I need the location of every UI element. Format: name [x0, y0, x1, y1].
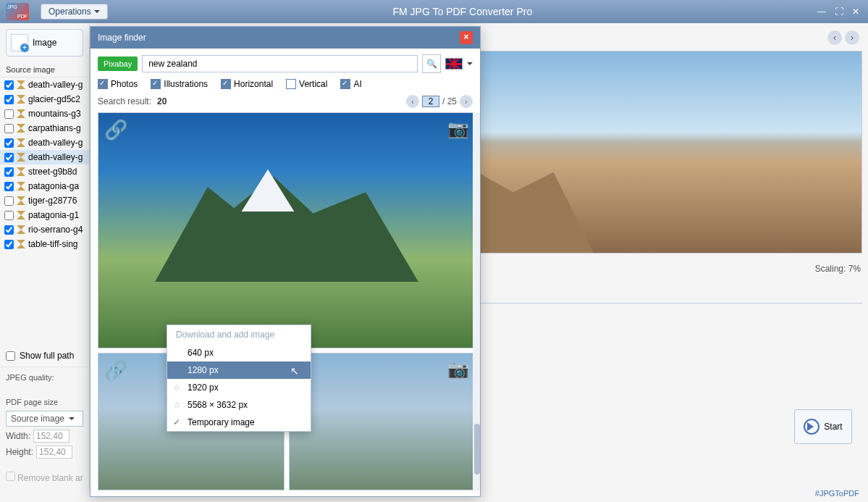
- source-checkbox[interactable]: [4, 240, 14, 249]
- add-image-button[interactable]: Image: [6, 29, 83, 57]
- page-total: / 25: [442, 96, 457, 106]
- next-image-button[interactable]: ›: [845, 30, 859, 45]
- source-row[interactable]: street-g9b8d: [0, 164, 89, 179]
- source-filename: patagonia-g1: [28, 210, 79, 220]
- prev-image-button[interactable]: ‹: [827, 30, 842, 45]
- chevron-down-icon: [69, 417, 75, 423]
- download-640[interactable]: 640 px: [167, 344, 311, 361]
- source-list: death-valley-gglacier-gd5c2mountains-g3c…: [0, 78, 89, 345]
- source-row[interactable]: glacier-gd5c2: [0, 92, 89, 106]
- scroll-thumb[interactable]: [474, 424, 480, 474]
- source-checkbox[interactable]: [4, 167, 14, 177]
- source-row[interactable]: carpathians-g: [0, 121, 89, 135]
- start-button[interactable]: Start: [794, 409, 852, 444]
- source-row[interactable]: rio-serrano-g4: [0, 222, 89, 237]
- scaling-label: Scaling: 7%: [815, 264, 861, 274]
- dialog-close-button[interactable]: ×: [460, 31, 473, 44]
- star-icon: ☆: [173, 400, 181, 410]
- dialog-title: Image finder: [98, 33, 146, 43]
- page-size-value: Source image: [11, 414, 64, 424]
- source-row[interactable]: patagonia-g1: [0, 208, 89, 222]
- result-thumbnail[interactable]: 🔗 📷: [98, 112, 476, 348]
- camera-icon: 📷: [447, 119, 469, 139]
- scrollbar[interactable]: [473, 112, 480, 490]
- app-icon: [6, 3, 29, 20]
- source-row[interactable]: death-valley-g: [0, 78, 89, 92]
- check-icon: ✓: [173, 417, 180, 427]
- width-label: Width:: [6, 431, 30, 441]
- app-title: FM JPG To PDF Converter Pro: [108, 6, 817, 17]
- source-row[interactable]: death-valley-g: [0, 150, 89, 164]
- source-badge[interactable]: Pixabay: [98, 57, 138, 71]
- chevron-down-icon[interactable]: [467, 62, 473, 68]
- filter-ai[interactable]: AI: [340, 79, 361, 89]
- left-settings: JPEG quality: PDF page size Source image…: [0, 367, 89, 489]
- source-filename: street-g9b8d: [28, 167, 77, 177]
- page-size-select[interactable]: Source image: [6, 411, 83, 427]
- source-filename: patagonia-ga: [28, 181, 79, 191]
- download-1920[interactable]: ☆1920 px: [167, 379, 311, 396]
- play-icon: [804, 419, 819, 435]
- source-checkbox[interactable]: [4, 80, 14, 90]
- source-checkbox[interactable]: [4, 124, 14, 133]
- search-input[interactable]: [142, 55, 418, 72]
- source-row[interactable]: mountains-g3: [0, 106, 89, 121]
- source-checkbox[interactable]: [4, 182, 14, 191]
- hourglass-icon: [17, 182, 25, 191]
- search-button[interactable]: 🔍: [422, 54, 441, 73]
- show-full-path-checkbox[interactable]: [6, 351, 15, 361]
- filter-vertical[interactable]: Vertical: [286, 79, 327, 89]
- filter-photos[interactable]: Photos: [98, 79, 138, 89]
- context-menu-header: Download and add image: [167, 325, 311, 344]
- source-checkbox[interactable]: [4, 153, 14, 162]
- source-checkbox[interactable]: [4, 211, 14, 220]
- search-icon: 🔍: [426, 59, 437, 69]
- download-1280[interactable]: 1280 px↖: [167, 361, 311, 379]
- link-icon: 🔗: [104, 119, 127, 141]
- show-full-path[interactable]: Show full path: [6, 351, 83, 361]
- hourglass-icon: [17, 80, 25, 89]
- close-icon[interactable]: ✕: [852, 7, 862, 17]
- source-row[interactable]: death-valley-g: [0, 135, 89, 150]
- hourglass-icon: [17, 124, 25, 133]
- source-checkbox[interactable]: [4, 225, 14, 235]
- flag-uk-icon[interactable]: [445, 58, 463, 70]
- filter-horizontal[interactable]: Horizontal: [221, 79, 273, 89]
- page-input[interactable]: [422, 96, 439, 107]
- source-filename: rio-serrano-g4: [28, 225, 83, 235]
- temporary-image[interactable]: ✓Temporary image: [167, 414, 311, 431]
- hourglass-icon: [17, 109, 25, 118]
- minimize-icon[interactable]: —: [817, 7, 827, 17]
- source-checkbox[interactable]: [4, 95, 14, 104]
- hourglass-icon: [17, 153, 25, 162]
- show-full-path-label: Show full path: [20, 351, 74, 361]
- image-plus-icon: [11, 34, 28, 51]
- star-icon: ☆: [173, 382, 181, 393]
- source-checkbox[interactable]: [4, 109, 14, 119]
- result-thumbnail[interactable]: 📷: [289, 353, 476, 490]
- source-filename: mountains-g3: [28, 109, 81, 119]
- page-next[interactable]: ›: [460, 95, 473, 108]
- width-input[interactable]: [33, 430, 69, 443]
- source-checkbox[interactable]: [4, 196, 14, 206]
- source-filename: table-tiff-sing: [28, 239, 77, 249]
- source-filename: death-valley-g: [28, 80, 83, 90]
- source-row[interactable]: patagonia-ga: [0, 179, 89, 193]
- result-count: 20: [157, 96, 167, 106]
- height-label: Height:: [6, 447, 33, 457]
- height-input[interactable]: [36, 445, 72, 459]
- operations-button[interactable]: Operations: [41, 4, 108, 20]
- camera-icon: 📷: [447, 359, 469, 380]
- filter-illustrations[interactable]: Illustrations: [151, 79, 208, 89]
- remove-blank[interactable]: Remove blank ar: [6, 472, 83, 483]
- maximize-icon[interactable]: ⛶: [835, 7, 845, 17]
- download-original[interactable]: ☆5568 × 3632 px: [167, 396, 311, 414]
- source-row[interactable]: tiger-g28776: [0, 193, 89, 208]
- page-prev[interactable]: ‹: [406, 95, 419, 108]
- source-checkbox[interactable]: [4, 138, 14, 148]
- link-icon: 🔗: [104, 359, 127, 382]
- hourglass-icon: [17, 138, 25, 147]
- source-row[interactable]: table-tiff-sing: [0, 237, 89, 251]
- source-filename: tiger-g28776: [28, 196, 77, 206]
- hourglass-icon: [17, 225, 25, 234]
